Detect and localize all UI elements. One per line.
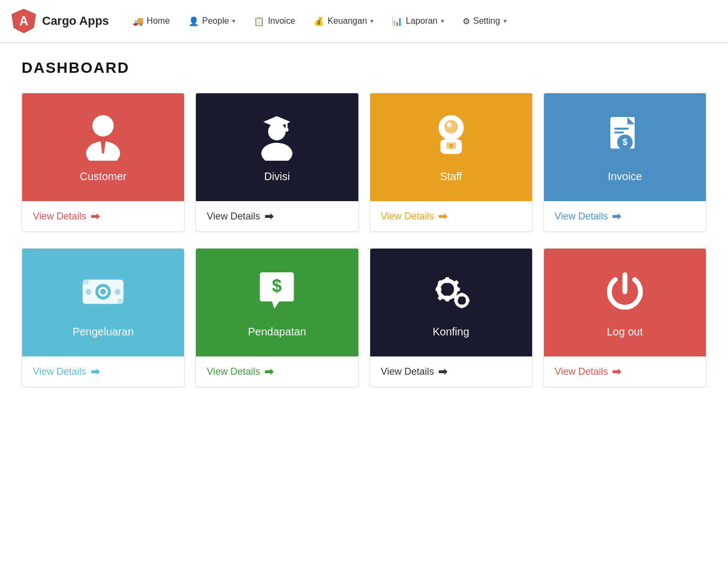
card-footer-staff: View Details ➡ — [370, 201, 532, 231]
card-customer: Customer View Details ➡ — [22, 93, 185, 232]
card-footer-logout: View Details ➡ — [544, 356, 706, 387]
svg-point-12 — [262, 142, 293, 160]
gears-icon — [427, 267, 475, 316]
card-konfing: Konfing View Details ➡ — [370, 248, 533, 387]
svg-rect-39 — [436, 287, 441, 291]
svg-point-29 — [100, 289, 106, 294]
view-details-invoice[interactable]: View Details ➡ — [555, 210, 622, 223]
card-pendapatan: $ Pendapatan View Details ➡ — [195, 248, 358, 387]
view-details-customer[interactable]: View Details ➡ — [33, 210, 100, 223]
power-icon — [601, 267, 649, 316]
card-footer-invoice: View Details ➡ — [544, 201, 706, 231]
brand-name: Cargo Apps — [42, 14, 109, 28]
svg-rect-22 — [614, 127, 629, 129]
svg-point-36 — [443, 285, 451, 293]
card-pengeluaran: Pengeluaran View Details ➡ — [22, 248, 185, 387]
chevron-down-icon-2: ▾ — [370, 17, 373, 25]
nav-label-invoice: Invoice — [268, 16, 295, 26]
brand-logo-icon: A — [11, 8, 37, 34]
svg-rect-40 — [454, 287, 460, 291]
person-icon: 👤 — [188, 16, 199, 26]
view-details-logout[interactable]: View Details ➡ — [555, 365, 622, 378]
gear-icon: ⚙ — [462, 16, 470, 26]
dashboard-row-2: Pengeluaran View Details ➡ $ Pendapatan — [22, 248, 706, 387]
dollar-icon: 💰 — [314, 16, 324, 26]
view-details-staff[interactable]: View Details ➡ — [381, 210, 448, 223]
svg-text:A: A — [19, 14, 29, 28]
nav-menu: 🚚 Home 👤 People ▾ 📋 Invoice 💰 Keuangan ▾… — [125, 12, 514, 31]
navbar: A Cargo Apps 🚚 Home 👤 People ▾ 📋 Invoice… — [0, 0, 728, 43]
card-footer-pendapatan: View Details ➡ — [196, 356, 358, 387]
svg-rect-50 — [466, 299, 470, 301]
card-footer-konfing: View Details ➡ — [370, 356, 532, 387]
svg-point-14 — [444, 120, 458, 133]
svg-point-46 — [459, 298, 464, 303]
nav-item-invoice[interactable]: 📋 Invoice — [246, 12, 303, 31]
view-details-konfing[interactable]: View Details ➡ — [381, 365, 448, 378]
arrow-icon-pendapatan: ➡ — [264, 365, 274, 378]
arrow-icon-logout: ➡ — [612, 365, 621, 378]
link-text-pendapatan: View Details — [207, 366, 260, 377]
chart-icon: 📊 — [392, 16, 403, 26]
card-image-logout: Log out — [544, 249, 706, 356]
link-text-staff: View Details — [381, 211, 434, 222]
arrow-icon-invoice: ➡ — [612, 210, 621, 223]
nav-label-laporan: Laporan — [406, 16, 438, 26]
chevron-down-icon-3: ▾ — [441, 17, 444, 25]
card-image-konfing: Konfing — [370, 249, 532, 356]
nav-item-setting[interactable]: ⚙ Setting ▾ — [455, 12, 514, 31]
svg-text:$: $ — [622, 137, 627, 147]
svg-rect-10 — [286, 122, 288, 129]
card-label-pengeluaran: Pengeluaran — [72, 326, 133, 338]
card-divisi: Divisi View Details ➡ — [195, 93, 358, 232]
svg-point-30 — [86, 289, 92, 294]
nav-item-home[interactable]: 🚚 Home — [125, 12, 178, 31]
card-image-customer: Customer — [22, 93, 184, 201]
view-details-pengeluaran[interactable]: View Details ➡ — [33, 365, 100, 378]
card-footer-divisi: View Details ➡ — [196, 201, 358, 231]
svg-rect-37 — [445, 277, 449, 283]
invoice-icon: $ — [601, 112, 649, 161]
card-image-divisi: Divisi — [196, 93, 358, 201]
svg-rect-48 — [460, 304, 463, 308]
svg-rect-33 — [118, 299, 124, 304]
graduation-icon — [253, 112, 301, 161]
link-text-logout: View Details — [555, 366, 608, 377]
nav-item-keuangan[interactable]: 💰 Keuangan ▾ — [306, 12, 381, 31]
nav-item-people[interactable]: 👤 People ▾ — [181, 12, 243, 31]
main-content: DASHBOARD Customer View Details ➡ — [0, 43, 728, 420]
svg-text:$: $ — [272, 276, 282, 296]
file-icon: 📋 — [254, 16, 264, 26]
arrow-icon-pengeluaran: ➡ — [91, 365, 100, 378]
arrow-icon-customer: ➡ — [91, 210, 100, 223]
svg-rect-49 — [454, 299, 458, 301]
nav-item-laporan[interactable]: 📊 Laporan ▾ — [384, 12, 452, 31]
arrow-icon-staff: ➡ — [438, 210, 447, 223]
card-footer-pengeluaran: View Details ➡ — [22, 356, 184, 387]
svg-rect-32 — [83, 279, 89, 284]
card-image-pengeluaran: Pengeluaran — [22, 249, 184, 356]
brand-link[interactable]: A Cargo Apps — [11, 8, 109, 34]
card-image-staff: Staff — [370, 93, 532, 201]
arrow-icon-divisi: ➡ — [264, 210, 274, 223]
chat-dollar-icon: $ — [253, 267, 301, 316]
card-staff: Staff View Details ➡ — [370, 93, 533, 232]
nav-label-people: People — [202, 16, 229, 26]
card-image-invoice: $ Invoice — [544, 93, 706, 201]
link-text-invoice: View Details — [555, 211, 608, 222]
svg-point-18 — [449, 143, 453, 147]
arrow-icon-konfing: ➡ — [438, 365, 447, 378]
nav-label-setting: Setting — [473, 16, 500, 26]
svg-rect-38 — [445, 296, 449, 301]
link-text-divisi: View Details — [207, 211, 260, 222]
truck-icon: 🚚 — [133, 16, 144, 26]
dashboard-row-1: Customer View Details ➡ Di — [22, 93, 706, 232]
view-details-pendapatan[interactable]: View Details ➡ — [207, 365, 274, 378]
svg-rect-23 — [614, 132, 624, 134]
money-icon — [79, 267, 127, 316]
astronaut-icon — [427, 112, 475, 161]
person-tie-icon — [79, 112, 127, 161]
view-details-divisi[interactable]: View Details ➡ — [207, 210, 274, 223]
svg-point-15 — [447, 122, 452, 127]
link-text-customer: View Details — [33, 211, 86, 222]
